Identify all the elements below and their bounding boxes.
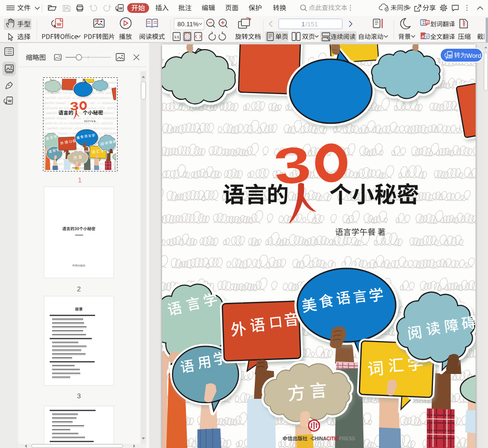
svg-text:W: W [119, 6, 123, 11]
svg-text:3: 3 [77, 392, 81, 400]
svg-text:80.11%: 80.11% [177, 21, 199, 28]
svg-text:W: W [8, 99, 12, 103]
svg-text:/151: /151 [305, 21, 318, 28]
svg-text:Word: Word [466, 52, 481, 59]
svg-text:2: 2 [77, 285, 81, 293]
svg-text:1: 1 [78, 176, 82, 184]
svg-text:1:1: 1:1 [174, 35, 179, 39]
svg-text:1: 1 [301, 21, 305, 28]
svg-text:W: W [57, 21, 61, 27]
svg-text:W: W [448, 53, 452, 58]
